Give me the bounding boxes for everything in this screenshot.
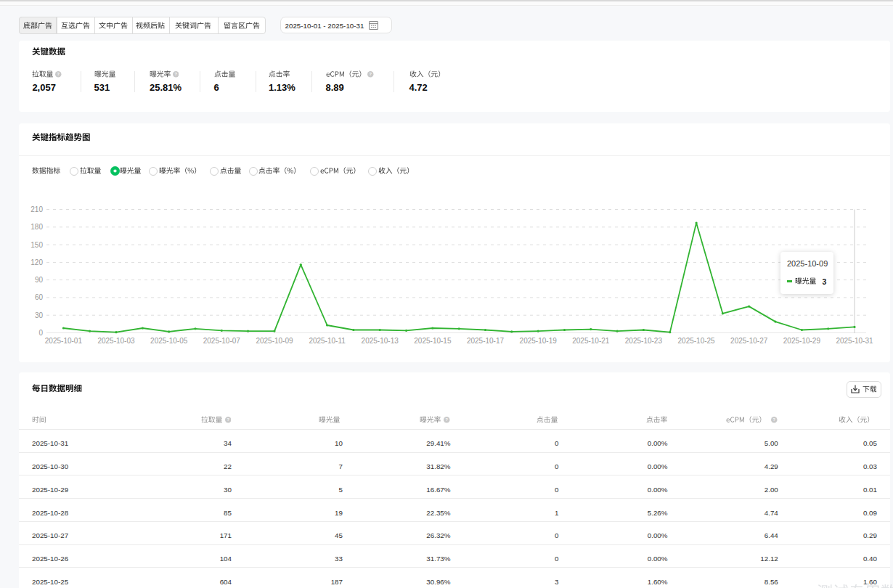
svg-text:2025-10-11: 2025-10-11 xyxy=(309,337,346,345)
svg-text:2025-10-31: 2025-10-31 xyxy=(836,337,873,345)
svg-text:2025-10-23: 2025-10-23 xyxy=(625,337,663,345)
svg-text:2025-10-07: 2025-10-07 xyxy=(203,337,241,345)
svg-text:2025-10-21: 2025-10-21 xyxy=(572,337,610,345)
svg-text:2025-10-15: 2025-10-15 xyxy=(414,337,452,345)
svg-text:210: 210 xyxy=(30,205,43,213)
svg-text:2025-10-03: 2025-10-03 xyxy=(97,337,135,345)
svg-text:2025-10-19: 2025-10-19 xyxy=(520,337,558,345)
svg-text:180: 180 xyxy=(30,223,43,231)
svg-text:2025-10-27: 2025-10-27 xyxy=(730,337,768,345)
svg-text:2025-10-29: 2025-10-29 xyxy=(783,337,821,345)
svg-text:2025-10-09: 2025-10-09 xyxy=(256,337,293,345)
svg-text:90: 90 xyxy=(35,276,44,284)
svg-text:2025-10-01: 2025-10-01 xyxy=(45,337,83,345)
svg-text:2025-10-13: 2025-10-13 xyxy=(362,337,399,345)
svg-text:2025-10-17: 2025-10-17 xyxy=(467,337,505,345)
svg-text:2025-10-05: 2025-10-05 xyxy=(150,337,188,345)
svg-text:150: 150 xyxy=(30,241,43,249)
svg-text:30: 30 xyxy=(35,311,44,319)
svg-text:2025-10-25: 2025-10-25 xyxy=(678,337,716,345)
svg-text:60: 60 xyxy=(35,293,44,301)
svg-text:0: 0 xyxy=(38,329,43,337)
svg-text:120: 120 xyxy=(30,258,43,266)
